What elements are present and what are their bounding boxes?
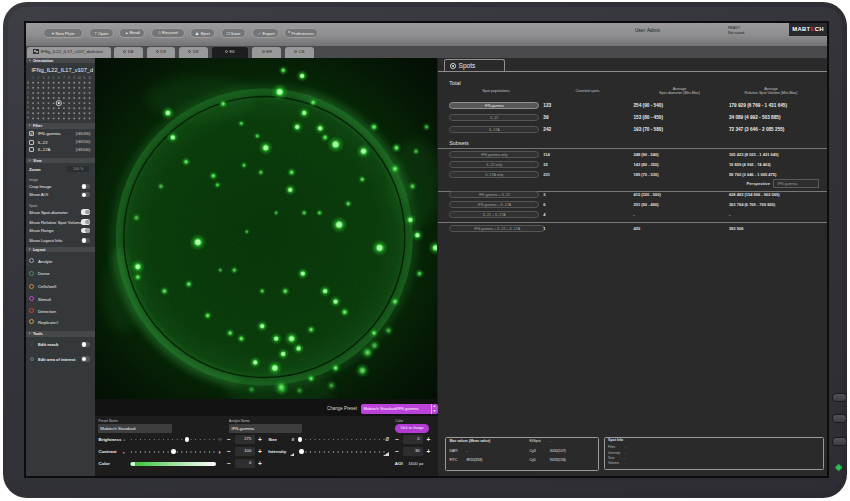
svg-text:7: 7 bbox=[63, 75, 65, 79]
svg-text:3: 3 bbox=[43, 75, 45, 79]
svg-text:11: 11 bbox=[83, 75, 86, 79]
svg-text:9: 9 bbox=[73, 75, 75, 79]
svg-text:F: F bbox=[27, 106, 29, 110]
svg-text:6: 6 bbox=[58, 75, 60, 79]
svg-text:E: E bbox=[27, 101, 29, 105]
svg-text:G: G bbox=[27, 111, 29, 115]
svg-text:5: 5 bbox=[53, 75, 55, 79]
svg-text:1: 1 bbox=[32, 75, 34, 79]
svg-text:H: H bbox=[27, 116, 29, 120]
svg-text:B: B bbox=[27, 85, 29, 89]
svg-text:D: D bbox=[27, 96, 29, 100]
svg-text:4: 4 bbox=[48, 75, 50, 79]
svg-text:8: 8 bbox=[68, 75, 70, 79]
svg-text:12: 12 bbox=[88, 75, 91, 79]
svg-text:C: C bbox=[27, 90, 29, 94]
svg-text:2: 2 bbox=[37, 75, 39, 79]
svg-text:10: 10 bbox=[78, 75, 81, 79]
svg-text:A: A bbox=[27, 80, 29, 84]
